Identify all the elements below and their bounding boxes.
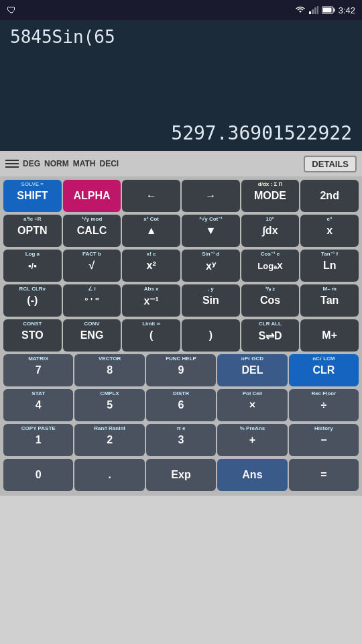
rparen-button[interactable]: ) xyxy=(182,319,240,352)
display-result: 5297.36901522922 xyxy=(171,122,352,144)
optn-button[interactable]: aᵇ/c ÷R OPTN xyxy=(3,215,62,247)
angle-button[interactable]: ∠ i ° ' " xyxy=(63,284,121,317)
cos-button[interactable]: ᵃ/ᵦ z Cos xyxy=(241,284,300,317)
add-button[interactable]: % PreAns + xyxy=(217,424,287,456)
row-sqrt: Log a ▪/▪ FACT b √ x! c x² Sin⁻¹ d xʸ Co… xyxy=(3,249,359,282)
x2-button[interactable]: x! c x² xyxy=(122,250,180,282)
calculator-body: SHIFT SOLVE = ALPHA ← → MODE d/dx : Σ Π … xyxy=(0,176,362,496)
6-button[interactable]: DISTR 6 xyxy=(146,389,216,421)
row-0: 0 . Exp Ans = xyxy=(3,458,359,492)
dot-button[interactable]: . xyxy=(74,459,144,491)
svg-rect-5 xyxy=(333,9,335,12)
sqrt-button[interactable]: FACT b √ xyxy=(63,250,121,282)
details-button[interactable]: DETAILS xyxy=(304,156,357,172)
exp-button[interactable]: Exp xyxy=(146,459,216,491)
status-right: 3:42 xyxy=(295,5,355,15)
display-input: 5845Sin(65 xyxy=(10,27,352,47)
sd-button[interactable]: CLR ALL S⇌D xyxy=(241,319,300,352)
svg-rect-3 xyxy=(317,6,318,14)
del-button[interactable]: nPr GCD DEL xyxy=(217,354,287,386)
svg-rect-1 xyxy=(312,9,314,14)
deci-label[interactable]: DECI xyxy=(99,159,119,168)
multiply-button[interactable]: Pol Ceil × xyxy=(217,389,287,421)
7-button[interactable]: MATRIX 7 xyxy=(3,354,73,386)
sto-button[interactable]: CONST STO xyxy=(3,319,62,352)
row-shift: SHIFT SOLVE = ALPHA ← → MODE d/dx : Σ Π … xyxy=(3,179,359,213)
down-button[interactable]: ˣ√y Cot⁻¹ ▼ xyxy=(182,215,240,247)
back-button[interactable]: ← xyxy=(122,180,180,212)
row-optn: aᵇ/c ÷R OPTN ³√y mod CALC x³ Cot ▲ ˣ√y C… xyxy=(3,214,359,248)
control-bar: DEG NORM MATH DECI DETAILS xyxy=(0,151,362,176)
svg-rect-0 xyxy=(309,11,311,14)
deg-label[interactable]: DEG xyxy=(23,159,40,168)
clock: 3:42 xyxy=(339,5,355,15)
row-456: STAT 4 CMPLX 5 DISTR 6 Pol Ceil × Rec Fl… xyxy=(3,388,359,422)
equals-button[interactable]: = xyxy=(289,459,359,491)
logax-button[interactable]: Cos⁻¹ e LogₐX xyxy=(241,250,300,282)
menu-icon[interactable] xyxy=(5,160,19,168)
row-789: MATRIX 7 VECTOR 8 FUNC HELP 9 nPr GCD DE… xyxy=(3,354,359,387)
shift-button[interactable]: SHIFT SOLVE = xyxy=(3,180,62,212)
ln-button[interactable]: Tan⁻¹ f Ln xyxy=(300,250,359,282)
divide-button[interactable]: Rec Floor ÷ xyxy=(289,389,359,421)
sin-button[interactable]: , y Sin xyxy=(182,284,240,317)
svg-rect-2 xyxy=(314,7,316,14)
2nd-button[interactable]: 2nd xyxy=(300,180,359,212)
subtract-button[interactable]: History − xyxy=(289,424,359,456)
eng-button[interactable]: CONV ENG xyxy=(63,319,121,352)
9-button[interactable]: FUNC HELP 9 xyxy=(146,354,216,386)
calculator-display: 5845Sin(65 5297.36901522922 xyxy=(0,20,362,151)
ans-button[interactable]: Ans xyxy=(217,459,287,491)
status-left: 🛡 xyxy=(7,5,16,15)
shield-icon: 🛡 xyxy=(7,5,16,15)
forward-button[interactable]: → xyxy=(182,180,240,212)
negative-button[interactable]: RCL CLRv (-) xyxy=(3,284,62,317)
1-button[interactable]: COPY PASTE 1 xyxy=(3,424,73,456)
row-sto: CONST STO CONV ENG Limit ∞ ( ) CLR ALL S… xyxy=(3,319,359,352)
row-trig: RCL CLRv (-) ∠ i ° ' " Abs x x⁻¹ , y Sin… xyxy=(3,284,359,317)
svg-rect-6 xyxy=(322,8,331,13)
3-button[interactable]: π e 3 xyxy=(146,424,216,456)
8-button[interactable]: VECTOR 8 xyxy=(74,354,144,386)
xpow-button[interactable]: Sin⁻¹ d xʸ xyxy=(182,250,240,282)
tan-button[interactable]: M– m Tan xyxy=(300,284,359,317)
calc-button[interactable]: ³√y mod CALC xyxy=(63,215,121,247)
integral-button[interactable]: 10ˣ ∫dx xyxy=(241,215,300,247)
clr-button[interactable]: nCr LCM CLR xyxy=(289,354,359,386)
math-label[interactable]: MATH xyxy=(73,159,96,168)
x-button[interactable]: eˣ x xyxy=(300,215,359,247)
5-button[interactable]: CMPLX 5 xyxy=(74,389,144,421)
xinv-button[interactable]: Abs x x⁻¹ xyxy=(122,284,180,317)
lparen-button[interactable]: Limit ∞ ( xyxy=(122,319,180,352)
status-bar: 🛡 3:42 xyxy=(0,0,362,20)
wifi-icon xyxy=(295,6,306,14)
mplus-button[interactable]: M+ xyxy=(300,319,359,352)
up-button[interactable]: x³ Cot ▲ xyxy=(122,215,180,247)
fraction-button[interactable]: Log a ▪/▪ xyxy=(3,250,62,282)
mode-button[interactable]: MODE d/dx : Σ Π xyxy=(241,180,300,212)
0-button[interactable]: 0 xyxy=(3,459,73,491)
row-123: COPY PASTE 1 Ran# RanInt 2 π e 3 % PreAn… xyxy=(3,423,359,457)
4-button[interactable]: STAT 4 xyxy=(3,389,73,421)
norm-label[interactable]: NORM xyxy=(44,159,69,168)
alpha-button[interactable]: ALPHA xyxy=(63,180,121,212)
2-button[interactable]: Ran# RanInt 2 xyxy=(74,424,144,456)
battery-icon xyxy=(322,6,335,14)
signal-icon xyxy=(309,6,318,14)
